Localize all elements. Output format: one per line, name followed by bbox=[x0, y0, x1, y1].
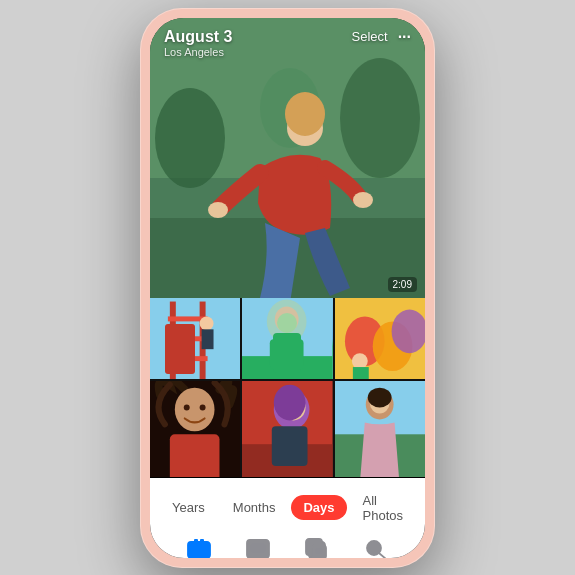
svg-point-4 bbox=[340, 58, 420, 178]
phone-screen: August 3 Los Angeles Select ··· 2:09 bbox=[150, 18, 425, 558]
header-actions: Select ··· bbox=[352, 28, 411, 46]
app-tabs bbox=[150, 532, 425, 558]
grid-photo-2[interactable] bbox=[242, 298, 332, 379]
phone-frame: August 3 Los Angeles Select ··· 2:09 bbox=[140, 8, 435, 568]
video-timestamp: 2:09 bbox=[388, 277, 417, 292]
albums-icon bbox=[304, 538, 330, 558]
months-filter[interactable]: Months bbox=[221, 495, 288, 520]
years-filter[interactable]: Years bbox=[160, 495, 217, 520]
svg-rect-41 bbox=[272, 426, 308, 466]
svg-point-33 bbox=[200, 404, 206, 410]
svg-rect-55 bbox=[250, 555, 258, 557]
svg-rect-48 bbox=[190, 544, 198, 551]
for-you-icon bbox=[245, 538, 271, 558]
svg-point-31 bbox=[175, 387, 215, 431]
for-you-tab[interactable] bbox=[245, 538, 271, 558]
albums-tab[interactable] bbox=[304, 538, 330, 558]
svg-point-8 bbox=[353, 192, 373, 208]
svg-rect-34 bbox=[170, 434, 220, 477]
svg-rect-17 bbox=[202, 330, 214, 350]
svg-point-20 bbox=[267, 300, 307, 344]
more-button[interactable]: ··· bbox=[398, 28, 411, 46]
select-button[interactable]: Select bbox=[352, 29, 388, 44]
svg-point-27 bbox=[352, 353, 368, 369]
tab-bar: Years Months Days All Photos bbox=[150, 478, 425, 558]
grid-photo-6[interactable] bbox=[335, 381, 425, 478]
time-filter-bar: Years Months Days All Photos bbox=[150, 478, 425, 532]
svg-rect-28 bbox=[353, 367, 369, 378]
main-photo[interactable]: August 3 Los Angeles Select ··· 2:09 bbox=[150, 18, 425, 299]
grid-photo-1[interactable] bbox=[150, 298, 240, 379]
svg-point-21 bbox=[275, 307, 299, 333]
svg-point-16 bbox=[200, 317, 214, 331]
svg-rect-59 bbox=[315, 548, 323, 554]
svg-rect-52 bbox=[200, 539, 204, 543]
date-title: August 3 bbox=[164, 28, 232, 46]
search-icon bbox=[363, 538, 389, 558]
grid-photo-4[interactable] bbox=[150, 381, 240, 478]
svg-rect-50 bbox=[190, 553, 208, 556]
svg-rect-22 bbox=[270, 340, 304, 370]
svg-rect-49 bbox=[200, 544, 208, 551]
svg-point-7 bbox=[208, 202, 228, 218]
search-tab[interactable] bbox=[363, 538, 389, 558]
svg-rect-54 bbox=[250, 543, 266, 553]
date-info: August 3 Los Angeles bbox=[164, 28, 232, 58]
svg-point-40 bbox=[274, 384, 306, 420]
photo-header: August 3 Los Angeles Select ··· bbox=[150, 18, 425, 64]
grid-photo-5[interactable] bbox=[242, 381, 332, 478]
location-label: Los Angeles bbox=[164, 46, 232, 58]
svg-rect-19 bbox=[242, 356, 332, 378]
svg-point-3 bbox=[155, 88, 225, 188]
svg-rect-51 bbox=[194, 539, 198, 543]
svg-rect-15 bbox=[168, 356, 208, 361]
svg-point-46 bbox=[367, 387, 391, 407]
svg-point-32 bbox=[184, 404, 190, 410]
all-photos-filter[interactable]: All Photos bbox=[351, 488, 415, 528]
svg-line-61 bbox=[379, 553, 386, 558]
photos-icon bbox=[186, 538, 212, 558]
svg-point-9 bbox=[285, 92, 325, 136]
svg-rect-11 bbox=[170, 302, 176, 379]
library-tab[interactable] bbox=[186, 538, 212, 558]
grid-photo-3[interactable] bbox=[335, 298, 425, 379]
days-filter[interactable]: Days bbox=[291, 495, 346, 520]
photo-grid bbox=[150, 298, 425, 477]
